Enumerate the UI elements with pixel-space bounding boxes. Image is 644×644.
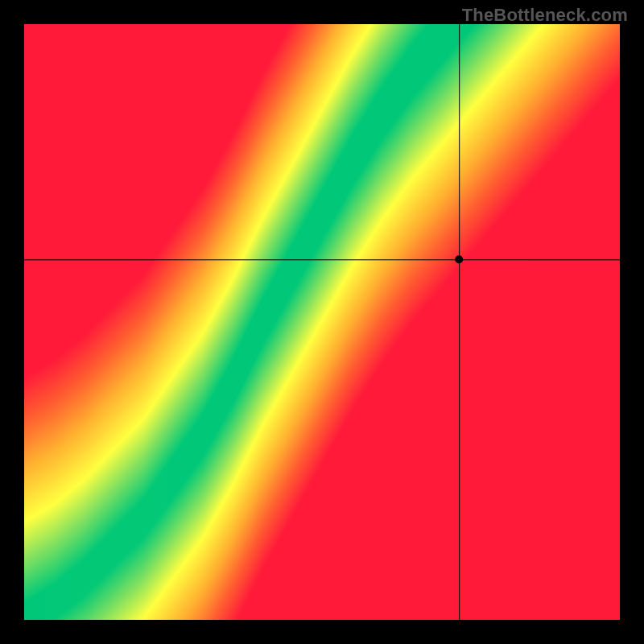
chart-container: TheBottleneck.com: [0, 0, 644, 644]
heatmap-canvas: [0, 0, 644, 644]
attribution-label: TheBottleneck.com: [462, 5, 628, 26]
